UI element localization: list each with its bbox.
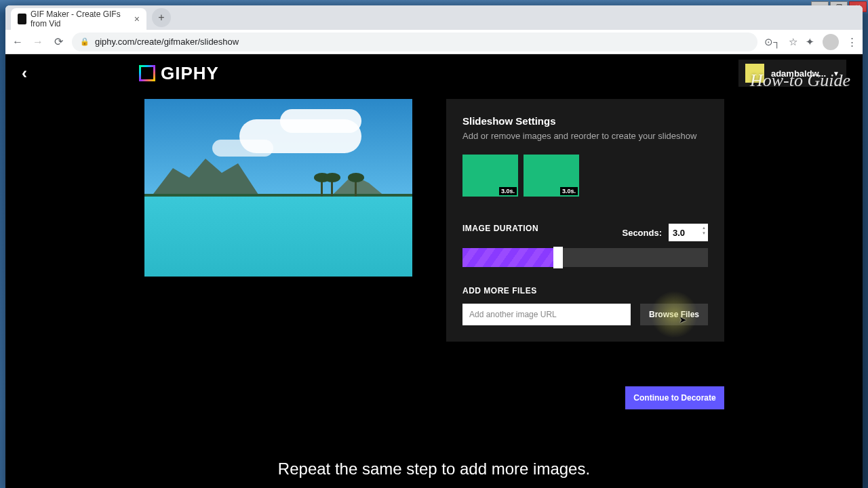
- lock-icon: 🔒: [80, 37, 90, 46]
- logo[interactable]: GIPHY: [139, 63, 219, 84]
- panel-title: Slideshow Settings: [462, 115, 708, 127]
- seconds-value: 3.0: [673, 228, 685, 238]
- slide-thumbnail[interactable]: 3.0s.: [462, 155, 518, 197]
- reload-button[interactable]: ⟳: [52, 35, 65, 49]
- menu-icon[interactable]: ⋮: [847, 36, 857, 48]
- caption-bar: Repeat the same step to add more images.: [5, 450, 863, 488]
- main-content: Slideshow Settings Add or remove images …: [5, 92, 863, 342]
- watermark: How-to Guide: [750, 70, 850, 91]
- page-content: How-to Guide ‹ GIPHY adambaldw... ▼: [5, 54, 863, 488]
- slider-fill: [462, 248, 553, 267]
- logo-text: GIPHY: [161, 63, 219, 84]
- back-chevron-icon[interactable]: ‹: [22, 64, 27, 83]
- browse-label: Browse Files: [649, 310, 699, 319]
- duration-slider[interactable]: [462, 248, 708, 267]
- new-tab-button[interactable]: +: [152, 8, 171, 27]
- url-text: giphy.com/create/gifmaker/slideshow: [95, 37, 239, 47]
- browser-tab[interactable]: GIF Maker - Create GIFs from Vid ×: [11, 8, 146, 30]
- add-more-label: ADD MORE FILES: [462, 286, 708, 296]
- browse-files-button[interactable]: Browse Files ➤: [640, 304, 708, 325]
- seconds-label: Seconds:: [622, 228, 662, 238]
- slider-handle[interactable]: [553, 247, 563, 268]
- thumbnail-list: 3.0s. 3.0s.: [462, 155, 708, 197]
- favicon: [18, 14, 26, 24]
- panel-subtitle: Add or remove images and reorder to crea…: [462, 131, 708, 141]
- tab-title: GIF Maker - Create GIFs from Vid: [31, 9, 130, 28]
- cursor-icon: ➤: [679, 315, 686, 325]
- url-placeholder: Add another image URL: [469, 310, 557, 319]
- browser-window: GIF Maker - Create GIFs from Vid × + ← →…: [5, 5, 863, 488]
- page-header: ‹ GIPHY adambaldw... ▼: [5, 54, 863, 92]
- profile-avatar[interactable]: [823, 34, 839, 50]
- continue-button[interactable]: Continue to Decorate: [625, 386, 724, 409]
- address-bar: ← → ⟳ 🔒 giphy.com/create/gifmaker/slides…: [5, 30, 863, 54]
- caption-text: Repeat the same step to add more images.: [278, 460, 590, 479]
- image-duration-label: IMAGE DURATION: [462, 224, 538, 233]
- logo-mark-icon: [139, 65, 155, 81]
- extensions-icon[interactable]: ✦: [806, 36, 814, 48]
- url-field[interactable]: 🔒 giphy.com/create/gifmaker/slideshow: [72, 33, 757, 52]
- key-icon[interactable]: ⊙┐: [764, 36, 781, 48]
- forward-button[interactable]: →: [31, 35, 45, 49]
- thumbnail-duration: 3.0s.: [560, 187, 578, 195]
- tab-strip: GIF Maker - Create GIFs from Vid × +: [5, 5, 863, 30]
- toolbar-icons: ⊙┐ ☆ ✦ ⋮: [764, 34, 857, 50]
- thumbnail-duration: 3.0s.: [499, 187, 517, 195]
- slideshow-preview: [144, 99, 412, 277]
- slide-thumbnail[interactable]: 3.0s.: [524, 155, 579, 197]
- seconds-input[interactable]: 3.0 ▲▼: [669, 224, 708, 241]
- star-icon[interactable]: ☆: [789, 36, 797, 48]
- image-url-input[interactable]: Add another image URL: [462, 304, 631, 325]
- settings-panel: Slideshow Settings Add or remove images …: [446, 99, 724, 342]
- continue-label: Continue to Decorate: [633, 393, 715, 403]
- stepper-icon[interactable]: ▲▼: [702, 225, 706, 237]
- tab-close-icon[interactable]: ×: [134, 14, 140, 24]
- back-button[interactable]: ←: [11, 35, 24, 49]
